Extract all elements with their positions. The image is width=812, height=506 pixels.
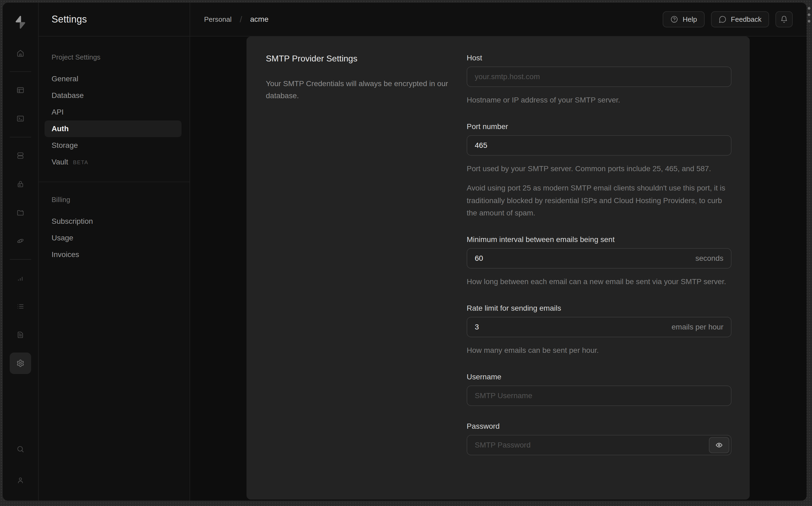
sidebar-item-vault[interactable]: VaultBETA [45,154,181,170]
page-title: Settings [52,14,87,25]
user-icon [16,476,24,484]
sidebar-item-api[interactable]: API [45,104,181,120]
rail-divider [10,137,31,137]
rail-item-sql-editor[interactable] [10,108,31,129]
rail-item-search[interactable] [10,438,31,460]
sidebar-item-invoices[interactable]: Invoices [45,246,181,263]
content-area: SMTP Provider Settings Your SMTP Credent… [190,36,807,501]
settings-sidebar: Settings Project SettingsGeneralDatabase… [39,3,190,501]
database-icon [16,152,24,160]
breadcrumb-acme[interactable]: acme [250,15,269,24]
sidebar-item-label: Subscription [52,217,93,226]
rail-item-edge-functions[interactable] [10,230,31,252]
field-label-rate-limit: Rate limit for sending emails [467,304,731,313]
field-label-port: Port number [467,122,731,131]
sidebar-item-subscription[interactable]: Subscription [45,213,181,230]
rate-limit-input[interactable] [467,317,731,337]
auth-icon [16,180,24,188]
logs-icon [16,303,24,311]
rail-divider [10,259,31,260]
rail-item-home[interactable] [10,43,31,64]
rail-item-storage[interactable] [10,202,31,223]
window-edge-dots [807,7,811,22]
input-wrap-minimum-interval: seconds [467,248,731,268]
field-help-port: Port used by your SMTP server. Common po… [467,163,731,175]
minimum-interval-input[interactable] [467,248,731,268]
storage-icon [16,208,24,217]
rail-item-table-editor[interactable] [10,79,31,101]
topbar: Personal/acme HelpFeedback [190,3,807,36]
section-title: SMTP Provider Settings [266,54,453,64]
section-description: Your SMTP Credentials will always be enc… [266,78,451,102]
field-help-rate-limit: How many emails can be sent per hour. [467,344,731,356]
bell-icon [780,15,788,23]
form-fields-column: HostHostname or IP address of your SMTP … [467,54,731,500]
breadcrumb: Personal/acme [204,14,269,24]
sidebar-heading-project-settings: Project Settings [39,53,190,62]
topbar-actions: HelpFeedback [663,11,793,27]
port-input[interactable] [467,135,731,156]
sidebar-header: Settings [39,3,190,36]
settings-icon [16,359,24,367]
card-description-column: SMTP Provider Settings Your SMTP Credent… [266,54,453,500]
rail-item-user[interactable] [10,470,31,491]
supabase-logo-icon [13,15,27,29]
field-password: Password [467,422,731,455]
field-help-minimum-interval: How long between each email can a new em… [467,275,731,288]
field-help-port-2: Avoid using port 25 as modern SMTP email… [467,182,731,219]
input-wrap-port [467,135,731,156]
field-username: Username [467,373,731,406]
sidebar-item-label: Auth [52,124,69,133]
field-label-password: Password [467,422,731,431]
sidebar-item-label: Usage [52,234,73,242]
sidebar-nav: Project SettingsGeneralDatabaseAPIAuthSt… [39,36,190,263]
supabase-logo[interactable] [13,15,28,29]
field-label-username: Username [467,373,731,381]
table-editor-icon [16,86,24,94]
input-wrap-host [467,67,731,87]
input-wrap-password [467,435,731,455]
field-host: HostHostname or IP address of your SMTP … [467,54,731,106]
rail-divider [10,71,31,72]
breadcrumb-personal[interactable]: Personal [204,15,232,24]
rail-item-auth[interactable] [10,173,31,195]
rail-item-logs[interactable] [10,296,31,317]
feedback-button[interactable]: Feedback [711,11,769,27]
sidebar-item-label: Database [52,91,84,100]
rail-item-reports[interactable] [10,267,31,289]
rail-item-docs[interactable] [10,324,31,346]
field-label-host: Host [467,54,731,62]
input-wrap-username [467,386,731,406]
rail-item-settings[interactable] [10,352,31,374]
help-circle-icon [670,15,678,23]
sidebar-heading-billing: Billing [39,195,190,204]
host-input[interactable] [467,67,731,87]
reveal-password-button[interactable] [709,437,729,453]
sql-editor-icon [16,114,24,122]
sidebar-item-storage[interactable]: Storage [45,137,181,154]
sidebar-item-label: Vault [52,158,68,166]
notifications-button[interactable] [776,11,793,27]
input-wrap-rate-limit: emails per hour [467,317,731,337]
help-button[interactable]: Help [663,11,704,27]
password-input[interactable] [467,435,731,455]
sidebar-item-auth[interactable]: Auth [45,120,181,137]
icon-rail [3,3,39,501]
sidebar-item-label: API [52,108,64,116]
username-input[interactable] [467,386,731,406]
home-icon [16,49,24,57]
field-rate-limit: Rate limit for sending emailsemails per … [467,304,731,356]
breadcrumb-separator: / [240,14,242,24]
sidebar-item-label: Invoices [52,250,79,259]
sidebar-item-database[interactable]: Database [45,87,181,104]
rail-item-database[interactable] [10,145,31,166]
field-help-host: Hostname or IP address of your SMTP serv… [467,94,731,106]
desktop-backdrop: Settings Project SettingsGeneralDatabase… [0,0,812,506]
sidebar-item-usage[interactable]: Usage [45,230,181,246]
main-area: Personal/acme HelpFeedback SMTP Provider… [190,3,807,501]
sidebar-item-general[interactable]: General [45,71,181,87]
help-button-label: Help [682,15,697,24]
search-icon [16,445,24,453]
reports-icon [16,274,24,282]
field-port: Port numberPort used by your SMTP server… [467,122,731,219]
